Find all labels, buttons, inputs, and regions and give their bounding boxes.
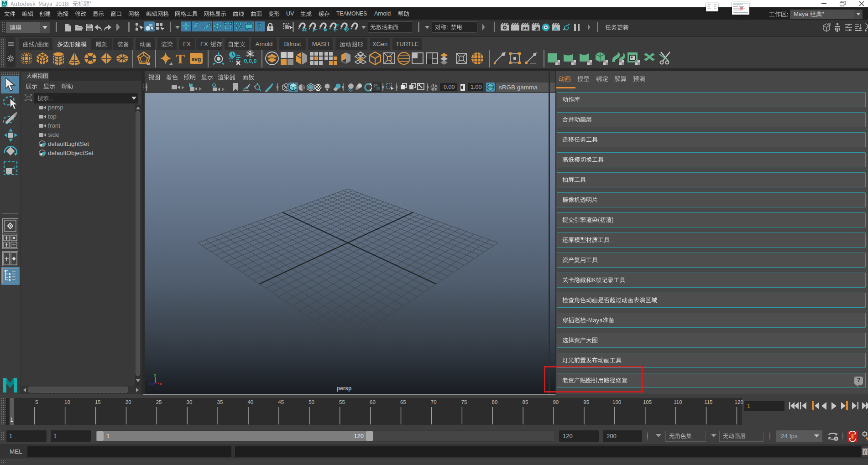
- svg-text:0,0,0: 0,0,0: [244, 58, 256, 64]
- svg-text:IPR: IPR: [523, 27, 528, 30]
- svg-text:z: z: [149, 382, 151, 386]
- svg-text:y: y: [154, 372, 157, 377]
- svg-text:{: {: [863, 450, 866, 455]
- svg-text:?: ?: [257, 21, 262, 31]
- svg-text:x: x: [160, 382, 162, 386]
- svg-text:ON: ON: [488, 86, 493, 89]
- svg-text:1: 1: [835, 437, 837, 441]
- svg-text:svg: svg: [192, 56, 201, 62]
- svg-text:T: T: [176, 51, 185, 66]
